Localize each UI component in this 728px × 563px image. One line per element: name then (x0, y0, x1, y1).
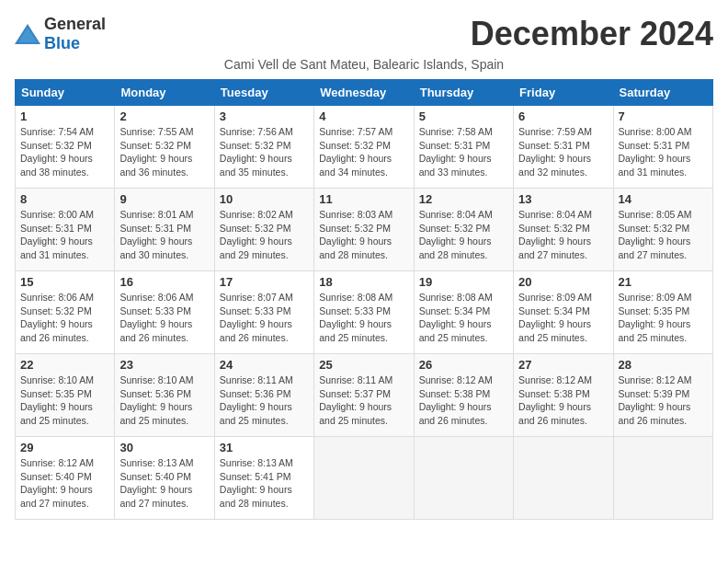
header-sunday: Sunday (16, 80, 115, 106)
day-cell-2: 2 Sunrise: 7:55 AM Sunset: 5:32 PM Dayli… (115, 106, 214, 189)
day-cell-15: 15 Sunrise: 8:06 AM Sunset: 5:32 PM Dayl… (16, 271, 115, 354)
day-number: 27 (518, 358, 608, 372)
day-cell-14: 14 Sunrise: 8:05 AM Sunset: 5:32 PM Dayl… (613, 189, 712, 271)
day-number: 17 (220, 275, 309, 289)
day-info: Sunrise: 8:06 AM Sunset: 5:32 PM Dayligh… (20, 292, 94, 343)
week-row-4: 22 Sunrise: 8:10 AM Sunset: 5:35 PM Dayl… (16, 354, 713, 437)
day-cell-24: 24 Sunrise: 8:11 AM Sunset: 5:36 PM Dayl… (214, 354, 313, 437)
day-cell-26: 26 Sunrise: 8:12 AM Sunset: 5:38 PM Dayl… (414, 354, 513, 437)
day-number: 15 (20, 275, 109, 289)
day-cell-20: 20 Sunrise: 8:09 AM Sunset: 5:34 PM Dayl… (514, 271, 613, 354)
day-info: Sunrise: 8:13 AM Sunset: 5:40 PM Dayligh… (119, 457, 193, 509)
day-number: 13 (518, 192, 608, 206)
day-number: 20 (518, 275, 608, 289)
week-row-5: 29 Sunrise: 8:12 AM Sunset: 5:40 PM Dayl… (16, 437, 713, 520)
day-info: Sunrise: 8:10 AM Sunset: 5:36 PM Dayligh… (119, 374, 193, 426)
day-info: Sunrise: 8:00 AM Sunset: 5:31 PM Dayligh… (619, 126, 692, 178)
day-info: Sunrise: 8:08 AM Sunset: 5:34 PM Dayligh… (419, 292, 493, 343)
day-cell-30: 30 Sunrise: 8:13 AM Sunset: 5:40 PM Dayl… (115, 437, 214, 520)
header-tuesday: Tuesday (214, 80, 313, 106)
day-cell-22: 22 Sunrise: 8:10 AM Sunset: 5:35 PM Dayl… (16, 354, 115, 437)
week-row-2: 8 Sunrise: 8:00 AM Sunset: 5:31 PM Dayli… (16, 189, 713, 271)
day-number: 7 (619, 109, 708, 123)
day-cell-29: 29 Sunrise: 8:12 AM Sunset: 5:40 PM Dayl… (16, 437, 115, 520)
day-cell-17: 17 Sunrise: 8:07 AM Sunset: 5:33 PM Dayl… (214, 271, 313, 354)
day-number: 22 (20, 358, 109, 372)
day-info: Sunrise: 8:04 AM Sunset: 5:32 PM Dayligh… (419, 209, 493, 260)
day-number: 3 (220, 109, 309, 123)
day-cell-19: 19 Sunrise: 8:08 AM Sunset: 5:34 PM Dayl… (414, 271, 513, 354)
day-number: 8 (20, 192, 109, 206)
day-number: 11 (319, 192, 408, 206)
header-thursday: Thursday (414, 80, 513, 106)
logo-general: General (44, 15, 106, 33)
header-monday: Monday (115, 80, 214, 106)
week-row-1: 1 Sunrise: 7:54 AM Sunset: 5:32 PM Dayli… (16, 106, 713, 189)
day-number: 25 (319, 358, 408, 372)
day-info: Sunrise: 8:04 AM Sunset: 5:32 PM Dayligh… (518, 209, 592, 260)
empty-cell (613, 437, 712, 520)
day-cell-12: 12 Sunrise: 8:04 AM Sunset: 5:32 PM Dayl… (414, 189, 513, 271)
day-number: 21 (619, 275, 708, 289)
day-info: Sunrise: 7:54 AM Sunset: 5:32 PM Dayligh… (20, 126, 94, 178)
logo-blue: Blue (44, 34, 80, 52)
logo: General Blue (15, 15, 106, 53)
day-info: Sunrise: 8:03 AM Sunset: 5:32 PM Dayligh… (319, 209, 392, 260)
day-number: 9 (119, 192, 209, 206)
day-number: 19 (419, 275, 508, 289)
day-cell-28: 28 Sunrise: 8:12 AM Sunset: 5:39 PM Dayl… (613, 354, 712, 437)
day-info: Sunrise: 7:59 AM Sunset: 5:31 PM Dayligh… (518, 126, 592, 178)
day-info: Sunrise: 8:12 AM Sunset: 5:38 PM Dayligh… (419, 374, 493, 426)
day-info: Sunrise: 8:05 AM Sunset: 5:32 PM Dayligh… (619, 209, 692, 260)
day-number: 30 (119, 441, 209, 454)
day-info: Sunrise: 8:12 AM Sunset: 5:40 PM Dayligh… (20, 457, 94, 509)
day-cell-11: 11 Sunrise: 8:03 AM Sunset: 5:32 PM Dayl… (314, 189, 414, 271)
empty-cell (414, 437, 513, 520)
empty-cell (314, 437, 414, 520)
day-cell-13: 13 Sunrise: 8:04 AM Sunset: 5:32 PM Dayl… (514, 189, 613, 271)
day-headers-row: Sunday Monday Tuesday Wednesday Thursday… (16, 80, 713, 106)
day-info: Sunrise: 8:12 AM Sunset: 5:38 PM Dayligh… (518, 374, 592, 426)
day-info: Sunrise: 7:57 AM Sunset: 5:32 PM Dayligh… (319, 126, 392, 178)
day-number: 31 (220, 441, 309, 454)
page-container: General Blue December 2024 Cami Vell de … (15, 15, 713, 520)
day-number: 28 (619, 358, 708, 372)
day-number: 14 (619, 192, 708, 206)
day-number: 29 (20, 441, 109, 454)
day-number: 10 (220, 192, 309, 206)
day-info: Sunrise: 8:10 AM Sunset: 5:35 PM Dayligh… (20, 374, 94, 426)
day-number: 1 (20, 109, 109, 123)
empty-cell (514, 437, 613, 520)
day-cell-9: 9 Sunrise: 8:01 AM Sunset: 5:31 PM Dayli… (115, 189, 214, 271)
day-number: 4 (319, 109, 408, 123)
location-subtitle: Cami Vell de Sant Mateu, Balearic Island… (15, 57, 713, 72)
logo-icon (15, 24, 40, 44)
month-title: December 2024 (471, 15, 713, 53)
calendar-table: Sunday Monday Tuesday Wednesday Thursday… (15, 79, 713, 520)
day-cell-8: 8 Sunrise: 8:00 AM Sunset: 5:31 PM Dayli… (16, 189, 115, 271)
day-number: 18 (319, 275, 408, 289)
day-number: 6 (518, 109, 608, 123)
header-wednesday: Wednesday (314, 80, 414, 106)
header-friday: Friday (514, 80, 613, 106)
day-info: Sunrise: 8:09 AM Sunset: 5:34 PM Dayligh… (518, 292, 592, 343)
day-info: Sunrise: 8:00 AM Sunset: 5:31 PM Dayligh… (20, 209, 94, 260)
week-row-3: 15 Sunrise: 8:06 AM Sunset: 5:32 PM Dayl… (16, 271, 713, 354)
day-cell-4: 4 Sunrise: 7:57 AM Sunset: 5:32 PM Dayli… (314, 106, 414, 189)
day-cell-31: 31 Sunrise: 8:13 AM Sunset: 5:41 PM Dayl… (214, 437, 313, 520)
day-info: Sunrise: 8:11 AM Sunset: 5:36 PM Dayligh… (220, 374, 293, 426)
page-header: General Blue December 2024 (15, 15, 713, 53)
day-number: 12 (419, 192, 508, 206)
day-cell-1: 1 Sunrise: 7:54 AM Sunset: 5:32 PM Dayli… (16, 106, 115, 189)
day-info: Sunrise: 7:55 AM Sunset: 5:32 PM Dayligh… (119, 126, 193, 178)
day-number: 5 (419, 109, 508, 123)
day-info: Sunrise: 8:01 AM Sunset: 5:31 PM Dayligh… (119, 209, 193, 260)
day-cell-27: 27 Sunrise: 8:12 AM Sunset: 5:38 PM Dayl… (514, 354, 613, 437)
day-info: Sunrise: 8:06 AM Sunset: 5:33 PM Dayligh… (119, 292, 193, 343)
day-cell-3: 3 Sunrise: 7:56 AM Sunset: 5:32 PM Dayli… (214, 106, 313, 189)
day-cell-16: 16 Sunrise: 8:06 AM Sunset: 5:33 PM Dayl… (115, 271, 214, 354)
day-info: Sunrise: 8:02 AM Sunset: 5:32 PM Dayligh… (220, 209, 293, 260)
day-info: Sunrise: 8:13 AM Sunset: 5:41 PM Dayligh… (220, 457, 293, 509)
day-info: Sunrise: 8:11 AM Sunset: 5:37 PM Dayligh… (319, 374, 392, 426)
day-cell-23: 23 Sunrise: 8:10 AM Sunset: 5:36 PM Dayl… (115, 354, 214, 437)
